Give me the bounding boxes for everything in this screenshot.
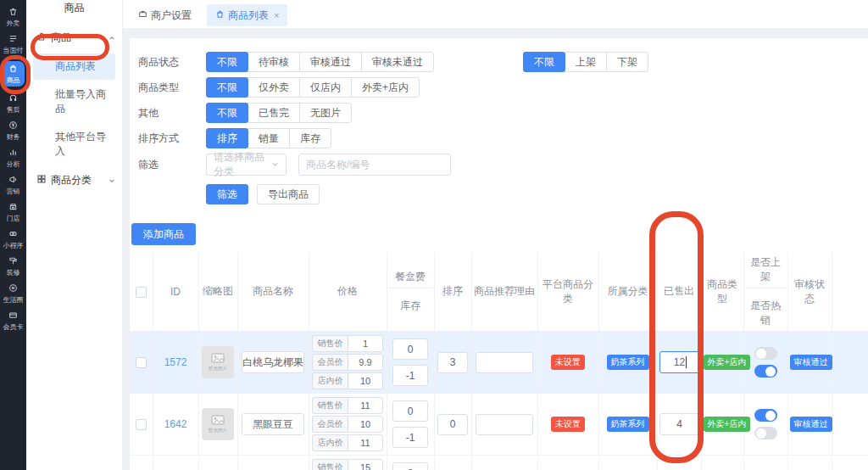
- sort-input[interactable]: [437, 414, 468, 435]
- image-placeholder-icon: [211, 415, 225, 428]
- other-option-no-image[interactable]: 无图片: [299, 103, 352, 123]
- rail-item-marketing[interactable]: 营销: [0, 175, 26, 195]
- submenu-item-batch-import[interactable]: 批量导入商品: [33, 81, 115, 122]
- shelf-option-on[interactable]: 上架: [565, 52, 607, 72]
- shelf-toggle[interactable]: [754, 347, 777, 360]
- export-goods-button[interactable]: 导出商品: [257, 184, 320, 204]
- rail-item-decorate[interactable]: 装修: [0, 256, 26, 277]
- status-option-rejected[interactable]: 审核未通过: [361, 52, 434, 72]
- product-id-link[interactable]: 1642: [164, 418, 187, 430]
- type-option-any[interactable]: 不限: [206, 77, 248, 98]
- price-label-instore: 店内价: [312, 434, 348, 451]
- submenu-group-goods[interactable]: 商品: [26, 24, 122, 52]
- sort-option-stock[interactable]: 库存: [289, 128, 331, 148]
- shelf-toggle[interactable]: [754, 409, 777, 422]
- rail-item-goods[interactable]: 商品: [2, 61, 25, 87]
- stock-input[interactable]: [392, 427, 428, 448]
- sale-price-input[interactable]: [348, 335, 383, 352]
- close-icon[interactable]: ×: [274, 10, 279, 20]
- header-thumbnail: 缩略图: [198, 252, 237, 332]
- product-id-link[interactable]: 1572: [164, 356, 187, 368]
- stock-input[interactable]: [392, 365, 428, 386]
- row-checkbox[interactable]: [136, 419, 147, 430]
- hot-toggle[interactable]: [754, 365, 777, 378]
- product-name-input[interactable]: [242, 351, 304, 373]
- rail-label: 装修: [7, 269, 20, 277]
- sold-count-input[interactable]: [659, 413, 700, 435]
- header-shelf-hot: 是否上架是否热销: [743, 252, 787, 332]
- member-price-input[interactable]: [348, 416, 383, 433]
- recommend-reason-input[interactable]: [476, 414, 533, 435]
- price-label-sale: 销售价: [312, 459, 348, 470]
- member-price-input[interactable]: [348, 354, 383, 371]
- select-all-checkbox[interactable]: [136, 287, 147, 298]
- hot-toggle[interactable]: [754, 427, 777, 439]
- instore-price-input[interactable]: [348, 372, 383, 389]
- product-thumbnail[interactable]: 暂无图片: [202, 408, 234, 440]
- sale-price-input[interactable]: [348, 397, 383, 414]
- submenu-item-goods-list[interactable]: 商品列表: [33, 53, 115, 80]
- platform-category-tag: 未设置: [551, 417, 585, 432]
- sort-input[interactable]: [437, 352, 468, 373]
- rail-item-miniprogram[interactable]: 小程序: [0, 229, 26, 249]
- sort-option-order[interactable]: 排序: [206, 128, 248, 148]
- header-stock: 库存: [389, 295, 432, 316]
- chevron-down-icon: [271, 159, 279, 171]
- box-fee-input[interactable]: [392, 462, 428, 470]
- submenu-panel: 商品 商品 商品列表 批量导入商品 其他平台导入 商品分类: [26, 0, 123, 470]
- category-tag: 奶茶系列: [607, 355, 649, 370]
- rail-item-takeout[interactable]: 外卖: [0, 7, 26, 27]
- status-option-approved[interactable]: 审核通过: [299, 52, 362, 72]
- submenu-item-other-platform-import[interactable]: 其他平台导入: [33, 124, 115, 165]
- type-option-takeout-instore[interactable]: 外卖+店内: [351, 77, 420, 98]
- search-input[interactable]: [298, 154, 451, 176]
- other-option-any[interactable]: 不限: [206, 103, 248, 123]
- takeout-icon: [8, 7, 18, 19]
- row-checkbox[interactable]: [136, 357, 147, 368]
- sort-option-sales[interactable]: 销量: [248, 128, 290, 148]
- type-option-takeout-only[interactable]: 仅外卖: [248, 77, 300, 98]
- price-label-sale: 销售价: [312, 397, 348, 414]
- rail-label: 商品: [7, 76, 20, 84]
- filter-button[interactable]: 筛选: [206, 184, 248, 204]
- category-tag: 奶茶系列: [607, 417, 649, 432]
- shelf-option-off[interactable]: 下架: [606, 52, 648, 72]
- header-reason: 商品推荐理由: [471, 252, 537, 332]
- rail-item-store[interactable]: 门店: [0, 202, 26, 222]
- rail-item-analytics[interactable]: 分析: [0, 148, 26, 168]
- goods-type-tag: 外卖+店内: [704, 417, 751, 432]
- submenu-group-goods-category[interactable]: 商品分类: [26, 166, 122, 194]
- box-fee-input[interactable]: [392, 400, 428, 422]
- status-option-any[interactable]: 不限: [206, 52, 248, 72]
- box-fee-input[interactable]: [392, 339, 428, 360]
- finance-icon: [8, 120, 18, 132]
- member-card-icon: [8, 311, 18, 322]
- product-name-input[interactable]: [242, 413, 304, 435]
- filter-label-other: 其他: [138, 106, 206, 120]
- chevron-up-icon: [108, 32, 115, 44]
- type-option-instore-only[interactable]: 仅店内: [299, 77, 352, 98]
- product-thumbnail[interactable]: 暂无图片: [202, 346, 234, 378]
- rail-item-aftersale[interactable]: 售后: [0, 93, 26, 114]
- rail-item-member-card[interactable]: 会员卡: [0, 311, 26, 331]
- other-option-sold-out[interactable]: 已售完: [248, 103, 300, 123]
- header-name: 商品名称: [237, 252, 309, 332]
- recommend-reason-input[interactable]: [476, 352, 533, 373]
- add-goods-button[interactable]: 添加商品: [131, 223, 196, 245]
- status-option-pending[interactable]: 待审核: [248, 52, 300, 72]
- goods-type-tag: 外卖+店内: [704, 355, 751, 370]
- rail-item-finance[interactable]: 财务: [0, 120, 26, 141]
- sold-input-wrap: [659, 351, 700, 373]
- submenu-title: 商品: [26, 2, 122, 14]
- rail-item-life-circle[interactable]: 生活圈: [0, 283, 26, 304]
- category-select[interactable]: 请选择商品分类: [206, 154, 287, 176]
- header-price: 价格: [309, 252, 387, 332]
- tab-merchant-settings[interactable]: 商户设置: [130, 4, 200, 26]
- tab-goods-list[interactable]: 商品列表 ×: [207, 4, 287, 26]
- rail-item-face-pay[interactable]: 当面付: [0, 34, 26, 54]
- segmented-goods-status: 不限 待审核 审核通过 审核未通过: [206, 52, 434, 72]
- sale-price-input[interactable]: [348, 459, 383, 470]
- sold-count-input[interactable]: [659, 351, 700, 373]
- shelf-option-any[interactable]: 不限: [523, 52, 565, 72]
- instore-price-input[interactable]: [348, 434, 383, 451]
